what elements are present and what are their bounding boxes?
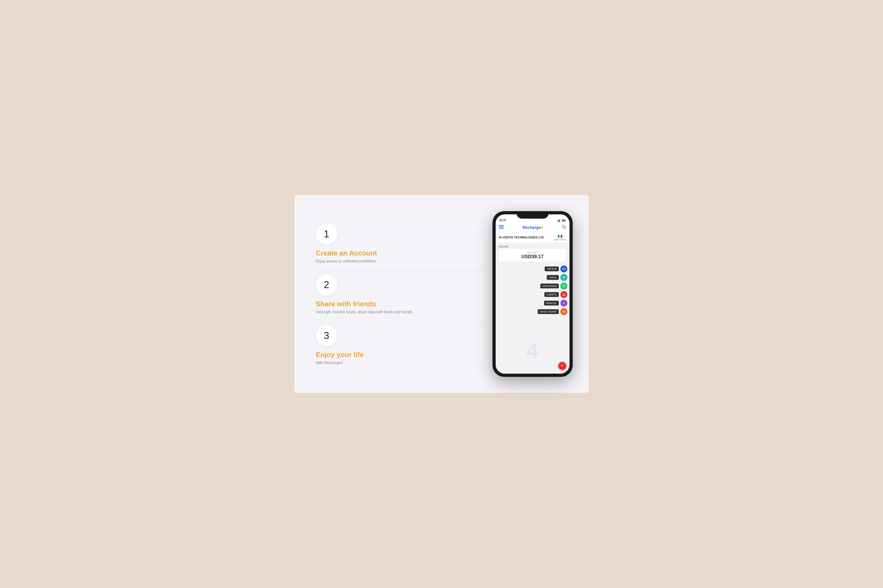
svg-rect-22 (563, 311, 565, 313)
phone-screen: 22:47 Recharge4 (496, 214, 570, 374)
add-fund-icon[interactable] (560, 266, 567, 272)
step-3-item: 3 Enjoy your life With Recharge4 (316, 325, 482, 365)
status-icons (558, 219, 566, 222)
svg-point-15 (563, 277, 564, 278)
svg-line-11 (565, 228, 566, 229)
step-3-desc: With Recharge4 (316, 360, 343, 365)
action-row-internet: Internet/Data (538, 282, 567, 290)
left-section: 1 Create an Account Enjoy access to unli… (316, 224, 482, 365)
country-select[interactable]: 🇳🇬 Select Country (554, 234, 566, 240)
step-1-number: 1 (324, 228, 329, 240)
main-card: 1 Create an Account Enjoy access to unli… (295, 195, 589, 393)
phone-notch (516, 211, 549, 219)
action-row-add-fund: Add fund (538, 266, 567, 272)
step-3-title: Enjoy your life (316, 351, 364, 359)
svg-rect-12 (563, 268, 565, 270)
svg-point-10 (562, 225, 565, 228)
step-2-circle: 2 (316, 274, 337, 296)
electricity-icon[interactable] (560, 300, 567, 306)
flag-icon: 🇳🇬 (558, 234, 562, 238)
step-3-number: 3 (324, 330, 329, 341)
money-transfer-label[interactable]: Money Transfer (538, 309, 559, 314)
app-header: Recharge4 (496, 223, 570, 232)
step-3-circle: 3 (316, 325, 337, 346)
money-transfer-icon[interactable] (560, 308, 567, 315)
greeting-bar: Hi VERTIS TECHNOLOGIES LTD 🇳🇬 Select Cou… (496, 232, 570, 243)
svg-rect-5 (563, 220, 564, 221)
airtime-label[interactable]: Airtime (547, 275, 558, 280)
svg-rect-17 (563, 294, 565, 296)
svg-rect-9 (499, 228, 504, 229)
wallet-label: WALLET (502, 251, 563, 254)
internet-icon[interactable] (560, 282, 567, 290)
phone-mockup: 22:47 Recharge4 (492, 211, 573, 377)
svg-rect-2 (559, 219, 560, 222)
svg-rect-6 (565, 220, 566, 221)
watermark: 4 (526, 338, 539, 363)
wallet-amount: USD39.17 (502, 254, 563, 260)
step-2-item: 2 Share with friends Send gift, transfer… (316, 274, 482, 322)
step-2-desc: Send gift, transfer funds, share data wi… (316, 310, 412, 314)
step-2-title: Share with friends (316, 300, 376, 308)
svg-point-16 (563, 285, 565, 287)
internet-label[interactable]: Internet/Data (540, 284, 558, 288)
step-1-item: 1 Create an Account Enjoy access to unli… (316, 224, 482, 272)
greeting-text: Hi VERTIS TECHNOLOGIES LTD (499, 236, 544, 239)
close-icon: × (561, 364, 563, 368)
menu-icon[interactable] (499, 225, 504, 230)
step-2-number: 2 (324, 279, 329, 291)
svg-rect-7 (499, 225, 504, 226)
svg-rect-1 (558, 220, 559, 222)
search-icon[interactable] (562, 225, 566, 230)
svg-marker-21 (563, 302, 565, 304)
action-row-electricity: Electricity (538, 300, 567, 306)
right-section: 22:47 Recharge4 (492, 211, 573, 377)
app-logo-part1: Recharge (522, 225, 541, 230)
action-row-money-transfer: Money Transfer (538, 308, 567, 315)
step-1-circle: 1 (316, 224, 337, 245)
svg-point-24 (563, 312, 563, 312)
svg-rect-3 (560, 219, 561, 222)
cable-label[interactable]: Cable/TV (545, 292, 559, 297)
account-section: Account WALLET USD39.17 (496, 243, 570, 263)
action-row-cable: Cable/TV (538, 291, 567, 298)
status-time: 22:47 (499, 219, 506, 222)
airtime-icon[interactable] (560, 274, 567, 281)
add-fund-label[interactable]: Add fund (545, 267, 558, 271)
step-1-title: Create an Account (316, 249, 377, 257)
svg-rect-8 (499, 226, 504, 228)
select-country-label: Select Country (554, 238, 566, 240)
electricity-label[interactable]: Electricity (544, 301, 559, 306)
cable-icon[interactable] (560, 291, 567, 298)
step-1-desc: Enjoy access to unlimited posibilities (316, 259, 376, 263)
action-row-airtime: Airtime (538, 274, 567, 281)
fab-close-button[interactable]: × (558, 362, 566, 370)
content-area: 4 Add fund Airtime (496, 263, 570, 374)
action-buttons-panel: Add fund Airtime (538, 266, 567, 315)
wallet-card: WALLET USD39.17 (499, 249, 566, 262)
account-label: Account (499, 245, 566, 248)
svg-rect-0 (558, 220, 558, 222)
svg-point-14 (563, 276, 565, 279)
app-logo-part2: 4 (541, 225, 543, 230)
app-logo: Recharge4 (522, 225, 543, 230)
